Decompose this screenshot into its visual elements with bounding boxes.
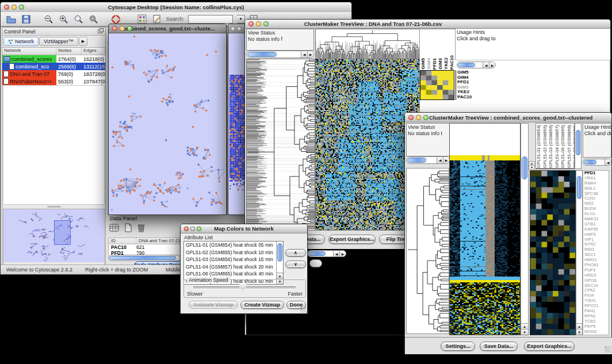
close-button[interactable]: [248, 21, 254, 26]
scrollbar-thumb[interactable]: [308, 251, 326, 256]
zoom-button[interactable]: [127, 26, 132, 31]
scrollbar-thumb[interactable]: [458, 63, 475, 67]
gene-label[interactable]: MSL1: [583, 186, 609, 191]
scroll-left-arrow[interactable]: ◀: [333, 251, 339, 256]
gene-label[interactable]: YSH1: [583, 298, 609, 304]
gene-label[interactable]: RPO21: [583, 304, 609, 309]
scroll-left-arrow[interactable]: ◀: [301, 51, 307, 58]
gene-label[interactable]: SPC98: [583, 191, 609, 197]
gene-label[interactable]: TCB3: [583, 319, 609, 324]
select-attributes-icon[interactable]: [109, 223, 120, 233]
scroll-right-arrow[interactable]: ▶: [443, 157, 449, 163]
help-lifesaver-icon[interactable]: [110, 14, 121, 25]
treeview1-title-bar[interactable]: ClusterMaker TreeView : DNA and Tran 07-…: [245, 20, 610, 29]
gene-label[interactable]: YRA1: [583, 176, 609, 181]
network-window-title-bar[interactable]: combined_scores_good.txt--cluste...: [109, 24, 226, 33]
gene-label[interactable]: PAN1: [583, 309, 609, 314]
gene-label[interactable]: NIS1: [583, 201, 609, 206]
tv2-spinner-arrows[interactable]: ▲ ▼: [529, 161, 535, 168]
zoom-button[interactable]: [263, 21, 269, 26]
tv1-bottom-hscrollbar[interactable]: ◀ ▶: [307, 250, 346, 257]
resize-grip[interactable]: [300, 306, 307, 313]
zoom-fit-icon[interactable]: [73, 14, 84, 25]
panel-splitter[interactable]: [2, 205, 105, 209]
animate-vizmap-button[interactable]: Animate Vizmap: [189, 301, 238, 309]
attribute-item[interactable]: GPL51-02 (GSM855) heat shock 10 min: [184, 249, 276, 256]
tv1-export-graphics-button[interactable]: Export Graphics...: [328, 235, 376, 244]
zoom-button[interactable]: [423, 115, 429, 120]
gene-label[interactable]: ELG1: [583, 212, 609, 217]
attribute-item[interactable]: GPL51-04 (GSM857) heat shock 20 min: [184, 263, 276, 271]
gene-label[interactable]: MSI1: [583, 247, 609, 252]
tv2-settings-button[interactable]: Settings...: [441, 342, 475, 351]
scrollbar-thumb[interactable]: [407, 158, 426, 163]
tv2-usage-hscrollbar[interactable]: ◀: [583, 159, 611, 166]
scrollbar-thumb[interactable]: [577, 176, 582, 199]
scrollbar-thumb[interactable]: [109, 256, 176, 260]
scrollbar-thumb[interactable]: [576, 130, 580, 155]
scroll-left-arrow[interactable]: ◀: [483, 62, 489, 68]
close-button[interactable]: [4, 5, 9, 10]
search-input[interactable]: [188, 15, 233, 24]
tv2-zoom-heatmap[interactable]: [530, 170, 576, 335]
tv1-partial-button[interactable]: [309, 259, 322, 267]
close-button[interactable]: [231, 26, 235, 31]
annotation-icon[interactable]: [151, 14, 162, 25]
gene-label[interactable]: KAP95: [583, 227, 609, 232]
gene-label[interactable]: BUD4: [583, 206, 609, 212]
gene-label[interactable]: CPA2: [583, 288, 609, 293]
minimize-button[interactable]: [416, 115, 421, 120]
gene-label[interactable]: VIP1: [583, 237, 609, 243]
network-overview-canvas[interactable]: [3, 209, 104, 262]
scrollbar-thumb[interactable]: [522, 156, 527, 179]
speed-slider-thumb[interactable]: [239, 283, 246, 290]
gene-label[interactable]: HMG1: [583, 258, 609, 263]
tv1-zoom-hscrollbar[interactable]: ◀ ▶: [457, 62, 496, 68]
gene-label[interactable]: HAP3: [583, 232, 609, 237]
gene-label[interactable]: MAK31: [583, 217, 609, 222]
gene-label[interactable]: HRD3: [583, 273, 609, 278]
attribute-item[interactable]: GPL51-01 (GSM854) heat shock 05 min: [184, 242, 276, 249]
zoom-in-icon[interactable]: [58, 14, 69, 25]
tv1-row-dendrogram[interactable]: [246, 59, 315, 231]
gene-label[interactable]: RNR4: [583, 181, 609, 186]
scrollbar-thumb[interactable]: [277, 243, 282, 262]
tab-overflow-arrow[interactable]: ▶: [79, 37, 87, 46]
scroll-left-arrow[interactable]: ◀: [605, 159, 611, 165]
tv2-export-graphics-button[interactable]: Export Graphics...: [524, 342, 575, 351]
scroll-right-arrow[interactable]: ▶: [339, 251, 346, 256]
zoom-out-icon[interactable]: [43, 14, 54, 25]
main-title-bar[interactable]: Cytoscape Desktop (Session Name: collins…: [1, 2, 351, 13]
new-attribute-icon[interactable]: [124, 223, 132, 233]
scroll-down-arrow[interactable]: ▼: [576, 329, 582, 335]
minimize-button[interactable]: [190, 227, 195, 231]
scroll-right-arrow[interactable]: ▶: [307, 51, 313, 58]
gene-label[interactable]: RPN1: [583, 314, 609, 319]
gene-label[interactable]: CLN1: [583, 196, 609, 201]
minimize-button[interactable]: [256, 21, 261, 26]
minimize-button[interactable]: [12, 5, 17, 10]
tv2-row-dendrogram[interactable]: [406, 168, 449, 334]
data-panel-hscrollbar[interactable]: [108, 255, 181, 261]
scroll-right-arrow[interactable]: ▶: [489, 62, 495, 68]
tv2-status-hscrollbar[interactable]: ◀ ▶: [406, 156, 450, 164]
gene-label[interactable]: PFD1: [583, 171, 609, 176]
gene-label[interactable]: PHO81: [583, 263, 609, 268]
attribute-item[interactable]: GPL51-03 (GSM856) heat shock 15 min: [184, 256, 276, 263]
zoom-button[interactable]: [19, 5, 24, 10]
gene-label[interactable]: NTR2: [583, 242, 609, 247]
tv2-global-heatmap[interactable]: [449, 123, 521, 335]
gene-label[interactable]: SEC1: [583, 252, 609, 258]
tv2-global-vscrollbar[interactable]: ▲ ▼: [521, 123, 529, 335]
tv1-status-hscrollbar[interactable]: ◀ ▶: [246, 51, 314, 58]
network-row[interactable]: DNA and Tran 07769(0)183728(0): [2, 70, 105, 78]
gene-label[interactable]: GTB1: [583, 222, 609, 227]
move-up-button[interactable]: ∧: [285, 249, 306, 256]
network-row[interactable]: RNAPuberNov2+I563(0)107847(0): [2, 78, 105, 85]
scroll-up-arrow[interactable]: ▲: [277, 273, 283, 278]
network-row[interactable]: combined_sco2569(6)13112(15): [2, 63, 105, 70]
open-folder-icon[interactable]: [6, 14, 17, 25]
scroll-down-arrow[interactable]: ▼: [521, 329, 528, 335]
tv2-save-data-button[interactable]: Save Data...: [480, 342, 518, 351]
scrollbar-thumb[interactable]: [247, 52, 277, 57]
